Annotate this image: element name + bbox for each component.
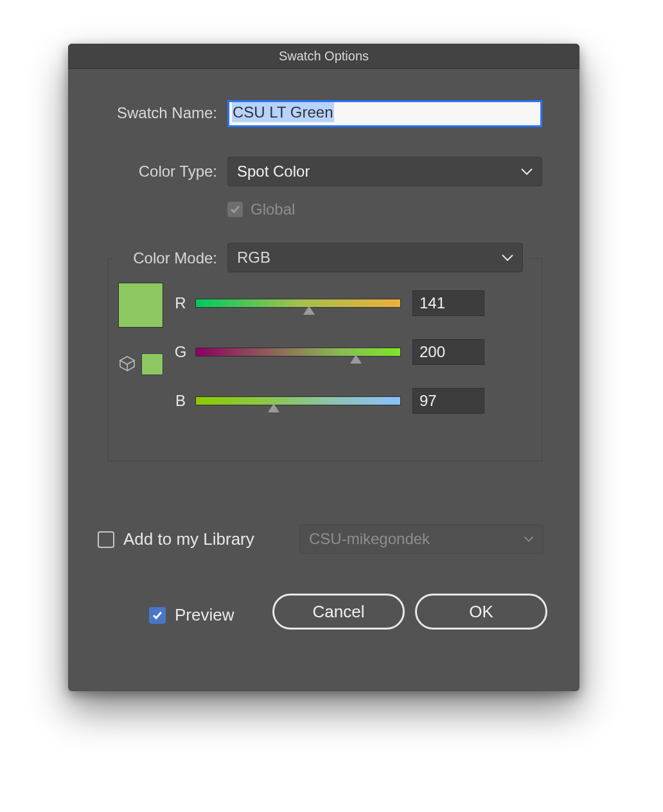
value-input-r[interactable]: 141	[412, 290, 484, 316]
swatch-preview-large	[118, 283, 163, 328]
channel-label-g: G	[171, 343, 190, 361]
library-select: CSU-mikegondek	[299, 524, 544, 554]
color-mode-select[interactable]: RGB	[227, 243, 523, 272]
color-mode-label: Color Mode:	[68, 249, 217, 267]
chevron-down-icon	[502, 254, 513, 261]
color-type-select[interactable]: Spot Color	[227, 157, 542, 186]
value-b: 97	[420, 392, 437, 410]
ok-button[interactable]: OK	[415, 594, 547, 630]
value-g: 200	[420, 343, 445, 361]
dialog-title: Swatch Options	[279, 49, 369, 64]
ok-button-label: OK	[469, 602, 493, 622]
slider-row-b: B 97	[171, 388, 531, 414]
slider-track-g[interactable]	[195, 348, 401, 357]
global-label: Global	[251, 200, 295, 218]
title-bar: Swatch Options	[68, 44, 579, 69]
add-to-library-checkbox[interactable]	[98, 531, 114, 548]
chevron-down-icon	[524, 536, 534, 542]
add-to-library-row: Add to my Library	[98, 529, 254, 549]
slider-track-b[interactable]	[195, 396, 401, 405]
add-to-library-label: Add to my Library	[123, 529, 254, 549]
slider-thumb-b[interactable]	[268, 403, 279, 412]
slider-thumb-g[interactable]	[350, 355, 362, 364]
color-type-label: Color Type:	[68, 163, 217, 181]
color-type-value: Spot Color	[237, 163, 310, 181]
swatch-name-value: CSU LT Green	[232, 102, 334, 122]
color-mode-value: RGB	[237, 249, 270, 267]
slider-row-g: G 200	[171, 339, 531, 365]
swatch-name-input[interactable]: CSU LT Green	[227, 100, 542, 127]
library-value: CSU-mikegondek	[309, 530, 430, 548]
slider-thumb-r[interactable]	[303, 306, 315, 315]
channel-label-r: R	[171, 294, 190, 312]
swatch-preview-small	[141, 353, 163, 375]
slider-track-r[interactable]	[195, 299, 401, 308]
value-r: 141	[420, 294, 445, 312]
channel-label-b: B	[171, 392, 190, 410]
global-checkbox-row: Global	[227, 200, 295, 218]
cancel-button[interactable]: Cancel	[272, 594, 405, 630]
preview-label: Preview	[175, 605, 234, 625]
preview-checkbox[interactable]	[149, 607, 166, 624]
cube-icon	[118, 355, 136, 373]
value-input-g[interactable]: 200	[412, 339, 484, 365]
chevron-down-icon	[521, 168, 533, 175]
cancel-button-label: Cancel	[313, 602, 365, 622]
slider-row-r: R 141	[171, 290, 531, 316]
global-checkbox	[227, 202, 243, 217]
preview-row: Preview	[149, 605, 234, 625]
swatch-options-dialog: Swatch Options Swatch Name: CSU LT Green…	[68, 44, 579, 691]
swatch-name-label: Swatch Name:	[68, 104, 217, 122]
value-input-b[interactable]: 97	[412, 388, 484, 414]
